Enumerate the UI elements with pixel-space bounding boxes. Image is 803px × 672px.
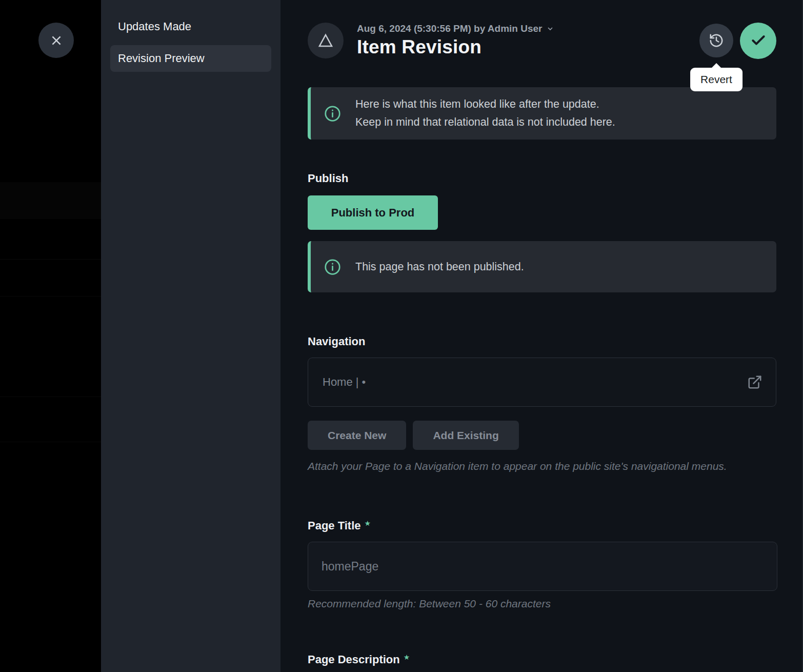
revert-tooltip: Revert (690, 68, 742, 91)
required-star-icon: ★ (365, 519, 371, 527)
page-description-label-text: Page Description (308, 653, 400, 666)
external-link-icon[interactable] (747, 374, 762, 390)
navigation-actions: Create New Add Existing (308, 421, 776, 450)
backdrop-divider (0, 296, 101, 297)
sidebar-item-revision-preview[interactable]: Revision Preview (110, 45, 271, 72)
revision-meta[interactable]: Aug 6, 2024 (5:30:56 PM) by Admin User (357, 23, 699, 34)
page-title-label-text: Page Title (308, 519, 361, 532)
publish-to-prod-button[interactable]: Publish to Prod (308, 195, 438, 230)
page-title-label: Page Title★ (308, 519, 776, 532)
navigation-relationship-card[interactable]: Home | • (308, 358, 776, 407)
page-description-label: Page Description★ (308, 653, 776, 666)
sidebar-item-updates-made[interactable]: Updates Made (110, 13, 271, 40)
revision-info-line2: Keep in mind that relational data is not… (355, 113, 615, 131)
create-new-button[interactable]: Create New (308, 421, 406, 450)
required-star-icon: ★ (404, 653, 410, 661)
chevron-down-icon (546, 25, 554, 33)
publish-status-banner: This page has not been published. (308, 241, 776, 292)
revert-wrap: Revert (699, 24, 733, 57)
backdrop-divider (0, 397, 101, 397)
close-drawer-button[interactable] (38, 23, 74, 58)
revision-header: Aug 6, 2024 (5:30:56 PM) by Admin User I… (308, 22, 776, 59)
navigation-section-label: Navigation (308, 335, 776, 348)
revision-info-text: Here is what this item looked like after… (355, 95, 615, 131)
close-icon (50, 34, 63, 47)
add-existing-button[interactable]: Add Existing (413, 421, 518, 450)
page-title: Item Revision (357, 36, 699, 58)
backdrop-divider (0, 442, 101, 442)
revision-drawer: Updates Made Revision Preview Aug 6, 202… (0, 0, 803, 672)
history-icon (709, 33, 724, 48)
check-icon (750, 32, 767, 49)
revision-timestamp: Aug 6, 2024 (5:30:56 PM) by Admin User (357, 23, 542, 34)
info-icon (324, 259, 341, 275)
revert-button[interactable] (699, 24, 733, 57)
publish-section-label: Publish (308, 172, 776, 185)
header-text: Aug 6, 2024 (5:30:56 PM) by Admin User I… (357, 23, 699, 58)
dimmed-backdrop[interactable] (0, 0, 101, 672)
backdrop-divider (0, 259, 101, 260)
revision-info-banner: Here is what this item looked like after… (308, 87, 776, 140)
revision-info-line1: Here is what this item looked like after… (355, 95, 615, 113)
confirm-revert-button[interactable] (740, 23, 776, 59)
backdrop-row (0, 182, 101, 219)
revision-panel: Aug 6, 2024 (5:30:56 PM) by Admin User I… (280, 0, 803, 672)
publish-status-text: This page has not been published. (355, 258, 524, 276)
header-actions: Revert (699, 23, 776, 59)
item-avatar (308, 23, 344, 58)
drawer-sidebar: Updates Made Revision Preview (101, 0, 280, 672)
page-title-helper-text: Recommended length: Between 50 - 60 char… (308, 596, 776, 611)
triangle-logo-icon (318, 33, 333, 48)
navigation-helper-text: Attach your Page to a Navigation item to… (308, 459, 733, 474)
page-title-input[interactable] (308, 542, 777, 591)
navigation-value: Home | • (323, 375, 747, 389)
info-icon (324, 105, 341, 122)
